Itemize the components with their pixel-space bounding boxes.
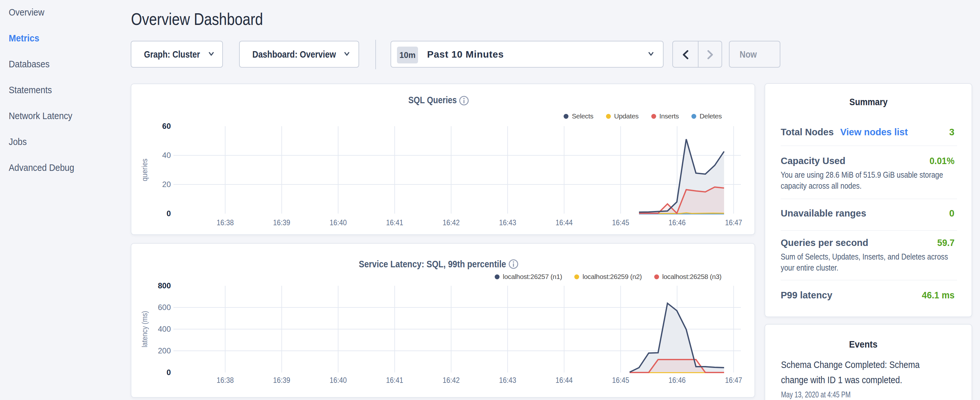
svg-text:16:41: 16:41 xyxy=(386,376,403,384)
svg-text:16:42: 16:42 xyxy=(442,376,460,384)
svg-text:16:46: 16:46 xyxy=(668,218,686,227)
svg-text:16:45: 16:45 xyxy=(612,218,629,227)
svg-text:16:44: 16:44 xyxy=(555,376,573,384)
svg-text:latency (ms): latency (ms) xyxy=(140,311,149,347)
svg-text:16:40: 16:40 xyxy=(330,218,347,227)
svg-text:600: 600 xyxy=(158,303,171,312)
svg-text:16:47: 16:47 xyxy=(725,376,742,384)
svg-text:16:39: 16:39 xyxy=(273,376,290,384)
svg-text:16:44: 16:44 xyxy=(555,218,573,227)
svg-text:16:40: 16:40 xyxy=(330,376,347,384)
svg-text:16:39: 16:39 xyxy=(273,218,290,227)
svg-text:16:43: 16:43 xyxy=(499,218,516,227)
svg-text:60: 60 xyxy=(162,122,171,131)
svg-text:200: 200 xyxy=(158,346,171,355)
svg-text:16:42: 16:42 xyxy=(442,218,460,227)
svg-text:400: 400 xyxy=(158,325,171,333)
svg-text:queries: queries xyxy=(140,159,149,181)
svg-text:16:38: 16:38 xyxy=(217,218,234,227)
svg-text:16:41: 16:41 xyxy=(386,218,403,227)
svg-text:0: 0 xyxy=(167,368,171,377)
svg-text:20: 20 xyxy=(162,180,171,189)
svg-text:16:43: 16:43 xyxy=(499,376,516,384)
svg-text:16:38: 16:38 xyxy=(217,376,234,384)
svg-text:16:47: 16:47 xyxy=(725,218,742,227)
svg-text:40: 40 xyxy=(162,151,171,159)
svg-text:0: 0 xyxy=(167,209,171,218)
svg-text:16:45: 16:45 xyxy=(612,376,629,384)
svg-text:16:46: 16:46 xyxy=(668,376,686,384)
svg-text:800: 800 xyxy=(158,281,171,290)
